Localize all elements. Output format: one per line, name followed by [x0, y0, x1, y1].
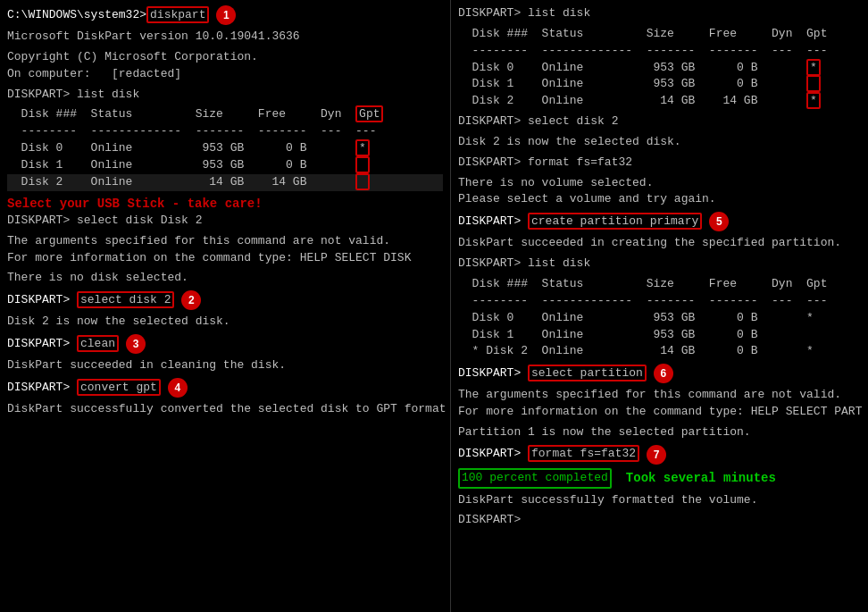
terminal-line: DISKPART> [458, 512, 861, 529]
step-badge-7: 7 [647, 445, 666, 465]
terminal-line: DISKPART> select disk Disk 2 [7, 213, 443, 230]
progress-complete: 100 percent completed [458, 468, 612, 489]
disk-table-row: Disk 1 Online 953 GB 0 B [458, 327, 861, 344]
terminal-line: DiskPart successfully converted the sele… [7, 401, 443, 418]
terminal-line: Partition 1 is now the selected partitio… [458, 424, 861, 441]
terminal-line: The arguments specified for this command… [458, 387, 861, 404]
disk-table-row: Disk 1 Online 953 GB 0 B [7, 157, 443, 174]
terminal-line: The arguments specified for this command… [7, 233, 443, 250]
terminal-line: On computer: [redacted] [7, 66, 443, 83]
disk-table-row: Disk 2 Online 14 GB 14 GB [7, 174, 443, 191]
command-line-wrapper: DISKPART> create partition primary5 [458, 212, 861, 231]
disk-table-row: Disk 0 Online 953 GB 0 B * [458, 310, 861, 327]
step-badge-2: 2 [181, 290, 201, 310]
terminal-command-line: DISKPART> select partition [458, 365, 647, 382]
disk-table-header: Disk ### Status Size Free Dyn Gpt [458, 276, 861, 293]
disk-table-header: Disk ### Status Size Free Dyn Gpt [458, 26, 861, 43]
terminal-line: Copyright (C) Microsoft Corporation. [7, 49, 443, 66]
time-note: Took several minutes [626, 471, 776, 485]
disk-table-row: Disk 1 Online 953 GB 0 B [458, 76, 861, 93]
left-panel: C:\WINDOWS\system32>diskpart1Microsoft D… [0, 0, 451, 612]
terminal-line: DISKPART> select disk 2 [458, 113, 861, 130]
terminal-line: DISKPART> list disk [7, 87, 443, 104]
terminal-command-line: DISKPART> select disk 2 [7, 292, 174, 309]
terminal-line: For more information on the command type… [7, 250, 443, 267]
step-badge-5: 5 [709, 212, 729, 231]
step-badge-6: 6 [654, 364, 673, 383]
warning-label: Select your USB Stick - take care! [7, 195, 443, 213]
terminal-line: DISKPART> list disk [458, 5, 861, 22]
terminal-line: DiskPart succeeded in creating the speci… [458, 235, 861, 252]
disk-table-header: Disk ### Status Size Free Dyn Gpt [7, 106, 443, 123]
step-badge-1: 1 [216, 5, 236, 25]
command-line-wrapper: DISKPART> select partition6 [458, 364, 861, 383]
terminal-line: Disk 2 is now the selected disk. [7, 314, 443, 331]
command-line-wrapper: DISKPART> convert gpt4 [7, 378, 443, 398]
step-badge-3: 3 [126, 334, 146, 354]
terminal-line: Microsoft DiskPart version 10.0.19041.36… [7, 29, 443, 46]
disk-table-row: Disk 2 Online 14 GB 14 GB * [458, 93, 861, 110]
green-complete-line: 100 percent completedTook several minute… [458, 468, 861, 489]
disk-table-row: Disk 0 Online 953 GB 0 B * [7, 140, 443, 157]
terminal-line: DISKPART> format fs=fat32 [458, 155, 861, 172]
terminal-command-line: DISKPART> convert gpt [7, 380, 161, 397]
terminal-line: For more information on the command type… [458, 404, 861, 421]
terminal-line: There is no disk selected. [7, 270, 443, 287]
command-line-wrapper: DISKPART> format fs=fat327 [458, 445, 861, 465]
disk-table-separator: -------- ------------- ------- ------- -… [458, 43, 861, 60]
terminal-line: DiskPart successfully formatted the volu… [458, 492, 861, 509]
disk-table-row: * Disk 2 Online 14 GB 0 B * [458, 343, 861, 360]
terminal-command-line: C:\WINDOWS\system32>diskpart [7, 7, 209, 24]
terminal-line: DISKPART> list disk [458, 256, 861, 272]
disk-table-separator: -------- ------------- ------- ------- -… [7, 123, 443, 140]
step-badge-4: 4 [168, 378, 188, 398]
command-line-wrapper: DISKPART> select disk 22 [7, 290, 443, 310]
terminal-line: DiskPart succeeded in cleaning the disk. [7, 357, 443, 374]
command-line-wrapper: C:\WINDOWS\system32>diskpart1 [7, 5, 443, 25]
disk-table-row: Disk 0 Online 953 GB 0 B * [458, 60, 861, 77]
right-panel: DISKPART> list disk Disk ### Status Size… [451, 0, 868, 612]
terminal-command-line: DISKPART> clean [7, 336, 119, 353]
terminal-line: There is no volume selected. [458, 175, 861, 192]
terminal-line: Disk 2 is now the selected disk. [458, 134, 861, 151]
disk-table-separator: -------- ------------- ------- ------- -… [458, 293, 861, 310]
terminal-command-line: DISKPART> create partition primary [458, 214, 702, 231]
terminal-command-line: DISKPART> format fs=fat32 [458, 446, 639, 463]
command-line-wrapper: DISKPART> clean3 [7, 334, 443, 354]
terminal-line: Please select a volume and try again. [458, 191, 861, 208]
